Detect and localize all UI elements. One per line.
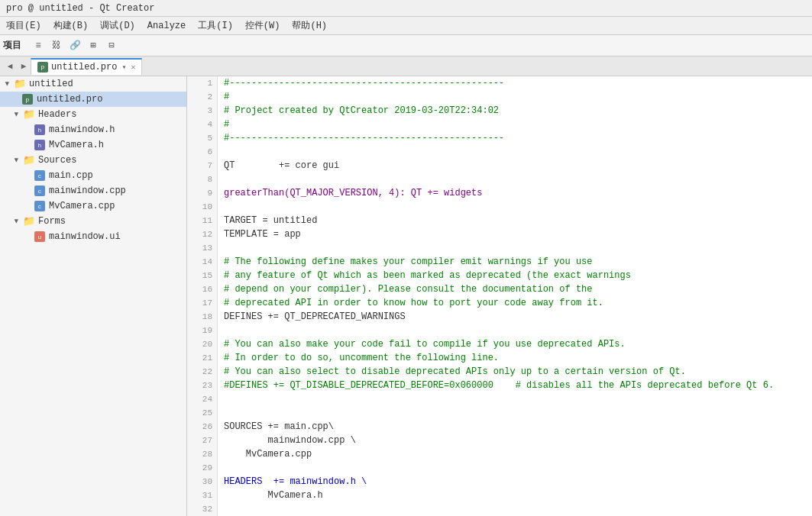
- line-number-1: 1: [187, 76, 217, 90]
- line-number-8: 8: [187, 173, 217, 186]
- line-number-5: 5: [187, 131, 217, 145]
- code-area[interactable]: #---------------------------------------…: [218, 76, 812, 516]
- tree-item-forms[interactable]: ▶📁Forms: [0, 214, 186, 229]
- line-number-26: 26: [187, 420, 217, 434]
- line-number-6: 6: [187, 145, 217, 159]
- line-number-23: 23: [187, 379, 217, 392]
- code-line-12: TEMPLATE = app: [224, 227, 806, 241]
- code-token: # The following define makes your compil…: [224, 255, 592, 269]
- line-number-24: 24: [187, 392, 217, 406]
- tab-dropdown-icon[interactable]: ▾: [121, 63, 126, 72]
- tree-label-sources: Sources: [38, 155, 76, 166]
- tab-close-icon[interactable]: ✕: [131, 63, 135, 72]
- folder-icon-headers: 📁: [23, 108, 35, 121]
- line-number-18: 18: [187, 310, 217, 324]
- tree-item-mvcamera-cpp[interactable]: cMvCamera.cpp: [0, 198, 186, 214]
- line-number-4: 4: [187, 118, 217, 131]
- grid2-icon[interactable]: ⊟: [104, 38, 119, 53]
- tree-item-mainwindow-cpp[interactable]: cmainwindow.cpp: [0, 183, 186, 198]
- line-number-27: 27: [187, 434, 217, 447]
- code-token: # You can also select to disable depreca…: [224, 365, 686, 379]
- filter-icon[interactable]: ≡: [31, 38, 46, 53]
- menu-item-b[interactable]: 构建(B): [47, 18, 95, 34]
- editor: 1234567891011121314151617181920212223242…: [187, 76, 812, 516]
- code-token: # Project created by QtCreator 2019-03-2…: [224, 104, 499, 118]
- tab-bar: ◀ ▶ p untitled.pro ▾ ✕: [0, 56, 812, 76]
- line-number-28: 28: [187, 447, 217, 461]
- tab-nav-prev[interactable]: ◀: [3, 60, 17, 73]
- code-line-22: # You can also select to disable depreca…: [224, 365, 806, 379]
- tree-label-mvcamera-h: MvCamera.h: [49, 140, 104, 150]
- code-line-7: QT += core gui: [224, 159, 806, 173]
- tree-item-untitled-root[interactable]: ▶📁untitled: [0, 76, 186, 92]
- code-line-1: #---------------------------------------…: [224, 76, 806, 90]
- menu-item-i[interactable]: 工具(I): [192, 18, 239, 34]
- menu-item-analyze[interactable]: Analyze: [141, 19, 192, 33]
- code-line-28: MvCamera.cpp: [224, 447, 806, 461]
- code-token: # You can also make your code fail to co…: [224, 337, 626, 351]
- tree-label-forms: Forms: [38, 216, 66, 227]
- code-token: #: [224, 90, 229, 104]
- line-numbers: 1234567891011121314151617181920212223242…: [187, 76, 218, 516]
- line-number-7: 7: [187, 159, 217, 173]
- title-text: pro @ untitled - Qt Creator: [6, 3, 154, 14]
- line-number-32: 32: [187, 502, 217, 516]
- code-token: MvCamera.h: [224, 489, 323, 502]
- tree-item-headers[interactable]: ▶📁Headers: [0, 107, 186, 122]
- code-token: # depend on your compiler). Please consu…: [224, 282, 592, 296]
- code-line-2: #: [224, 90, 806, 104]
- link-icon[interactable]: ⛓: [49, 38, 64, 53]
- code-line-30: HEADERS += mainwindow.h \: [224, 475, 806, 489]
- line-number-25: 25: [187, 406, 217, 420]
- tree-label-untitled-root: untitled: [29, 79, 73, 89]
- code-token: HEADERS += mainwindow.h \: [224, 475, 367, 489]
- tree-arrow-sources[interactable]: ▶: [12, 156, 21, 165]
- menu-item-d[interactable]: 调试(D): [94, 18, 141, 34]
- line-number-10: 10: [187, 200, 217, 214]
- line-number-17: 17: [187, 296, 217, 310]
- tree-arrow-untitled-root[interactable]: ▶: [3, 79, 12, 89]
- code-line-9: greaterThan(QT_MAJOR_VERSION, 4): QT += …: [224, 186, 806, 200]
- cpp-file-icon-mainwindow-cpp: c: [34, 185, 45, 196]
- cpp-file-icon-mvcamera-cpp: c: [34, 201, 45, 211]
- tree-item-mainwindow-ui[interactable]: umainwindow.ui: [0, 229, 186, 244]
- tree-item-sources[interactable]: ▶📁Sources: [0, 153, 186, 168]
- code-line-24: [224, 392, 806, 406]
- h-file-icon-mvcamera-h: h: [34, 140, 45, 150]
- code-line-21: # In order to do so, uncomment the follo…: [224, 351, 806, 365]
- menu-item-h[interactable]: 帮助(H): [286, 18, 333, 34]
- code-line-13: [224, 241, 806, 255]
- menu-item-e[interactable]: 项目(E): [0, 18, 47, 34]
- code-line-6: [224, 145, 806, 159]
- code-line-20: # You can also make your code fail to co…: [224, 337, 806, 351]
- line-number-14: 14: [187, 255, 217, 269]
- code-line-3: # Project created by QtCreator 2019-03-2…: [224, 104, 806, 118]
- tree-item-mainwindow-h[interactable]: hmainwindow.h: [0, 122, 186, 137]
- code-line-17: # deprecated API in order to know how to…: [224, 296, 806, 310]
- tab-untitled-pro[interactable]: p untitled.pro ▾ ✕: [31, 58, 142, 75]
- tree-arrow-forms[interactable]: ▶: [12, 217, 21, 226]
- code-token: # In order to do so, uncomment the follo…: [224, 351, 499, 365]
- tree-item-main-cpp[interactable]: cmain.cpp: [0, 168, 186, 183]
- code-token: mainwindow.cpp \: [224, 434, 356, 447]
- code-line-27: mainwindow.cpp \: [224, 434, 806, 447]
- code-line-16: # depend on your compiler). Please consu…: [224, 282, 806, 296]
- code-line-5: #---------------------------------------…: [224, 131, 806, 145]
- toolbar-label: 项目: [3, 39, 21, 52]
- line-number-13: 13: [187, 241, 217, 255]
- code-line-19: [224, 324, 806, 337]
- menu-item-w[interactable]: 控件(W): [239, 18, 286, 34]
- tree-item-mvcamera-h[interactable]: hMvCamera.h: [0, 137, 186, 153]
- grid-icon[interactable]: ⊞: [86, 38, 101, 53]
- line-number-3: 3: [187, 104, 217, 118]
- tree-label-untitled-pro: untitled.pro: [37, 94, 102, 105]
- cpp-file-icon-main-cpp: c: [34, 170, 45, 181]
- line-number-15: 15: [187, 269, 217, 282]
- tab-nav-next[interactable]: ▶: [17, 60, 31, 73]
- tree-item-untitled-pro[interactable]: puntitled.pro: [0, 92, 186, 107]
- tree-arrow-headers[interactable]: ▶: [12, 110, 21, 119]
- link2-icon[interactable]: 🔗: [67, 38, 82, 53]
- tree-label-headers: Headers: [38, 109, 76, 120]
- main-content: ▶📁untitledpuntitled.pro▶📁Headershmainwin…: [0, 76, 812, 516]
- tree-label-mainwindow-ui: mainwindow.ui: [49, 231, 121, 242]
